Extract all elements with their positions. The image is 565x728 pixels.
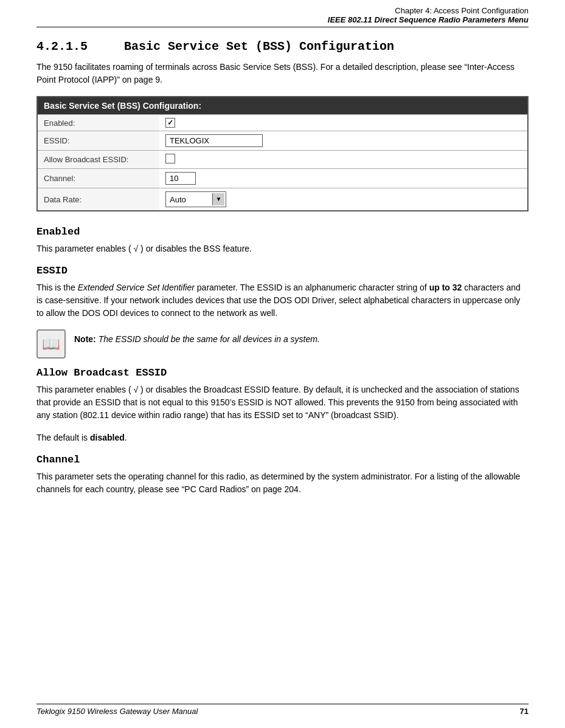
note-label: Note: [74, 334, 99, 344]
subsection-heading-allow-broadcast: Allow Broadcast ESSID [36, 367, 529, 379]
subsection-heading-channel: Channel [36, 454, 529, 465]
config-row-1: ESSID:TEKLOGIX [38, 131, 527, 151]
select-data-rate[interactable]: Auto▼ [165, 191, 226, 207]
config-value-2[interactable] [159, 151, 527, 169]
section-heading-text: Basic Service Set (BSS) Configuration [124, 39, 394, 53]
note-book-icon: 📖 [36, 329, 66, 359]
checkbox-checked[interactable] [165, 118, 175, 128]
subsection-para-allow-broadcast-0: This parameter enables ( √ ) or disables… [36, 383, 529, 422]
subsection-heading-enabled: Enabled [36, 226, 529, 238]
config-label-1: ESSID: [38, 131, 159, 151]
section-title: 4.2.1.5 Basic Service Set (BSS) Configur… [36, 39, 529, 53]
page-footer: Teklogix 9150 Wireless Gateway User Manu… [36, 704, 529, 716]
config-table: Enabled:ESSID:TEKLOGIXAllow Broadcast ES… [38, 114, 527, 210]
config-label-2: Allow Broadcast ESSID: [38, 151, 159, 169]
page-container: Chapter 4: Access Point Configuration IE… [0, 0, 565, 530]
subsections-container: EnabledThis parameter enables ( √ ) or d… [36, 226, 529, 496]
intro-paragraph: The 9150 facilitates roaming of terminal… [36, 61, 529, 86]
subsection-para-enabled-0: This parameter enables ( √ ) or disables… [36, 242, 529, 255]
page-header: Chapter 4: Access Point Configuration IE… [36, 6, 529, 27]
config-box-header: Basic Service Set (BSS) Configuration: [38, 97, 527, 114]
config-value-4[interactable]: Auto▼ [159, 188, 527, 211]
config-value-3[interactable]: 10 [159, 169, 527, 188]
text-input-essid[interactable]: TEKLOGIX [165, 134, 263, 147]
config-row-4: Data Rate:Auto▼ [38, 188, 527, 211]
note-text: Note: The ESSID should be the same for a… [74, 329, 320, 346]
section-number: 4.2.1.5 [36, 39, 88, 53]
config-row-2: Allow Broadcast ESSID: [38, 151, 527, 169]
subsection-para-allow-broadcast-1: The default is disabled. [36, 431, 529, 444]
subsection-para-channel-0: This parameter sets the operating channe… [36, 470, 529, 496]
config-label-3: Channel: [38, 169, 159, 188]
config-row-3: Channel:10 [38, 169, 527, 188]
chevron-down-icon[interactable]: ▼ [212, 193, 224, 205]
chapter-line: Chapter 4: Access Point Configuration [36, 6, 529, 15]
number-input-channel[interactable]: 10 [165, 172, 196, 185]
footer-page-number: 71 [520, 707, 529, 716]
config-row-0: Enabled: [38, 115, 527, 131]
checkbox-unchecked[interactable] [165, 154, 175, 163]
config-value-0[interactable] [159, 115, 527, 131]
note-body: The ESSID should be the same for all dev… [99, 334, 320, 344]
config-box: Basic Service Set (BSS) Configuration: E… [36, 96, 529, 211]
config-value-1[interactable]: TEKLOGIX [159, 131, 527, 151]
subsection-heading-essid: ESSID [36, 265, 529, 276]
footer-product: Teklogix 9150 Wireless Gateway User Manu… [36, 707, 198, 716]
note-block: 📖Note: The ESSID should be the same for … [36, 329, 529, 359]
config-label-4: Data Rate: [38, 188, 159, 211]
menu-line: IEEE 802.11 Direct Sequence Radio Parame… [36, 15, 529, 24]
subsection-para-essid-0: This is the Extended Service Set Identif… [36, 281, 529, 320]
select-value: Auto [170, 195, 212, 204]
config-label-0: Enabled: [38, 115, 159, 131]
